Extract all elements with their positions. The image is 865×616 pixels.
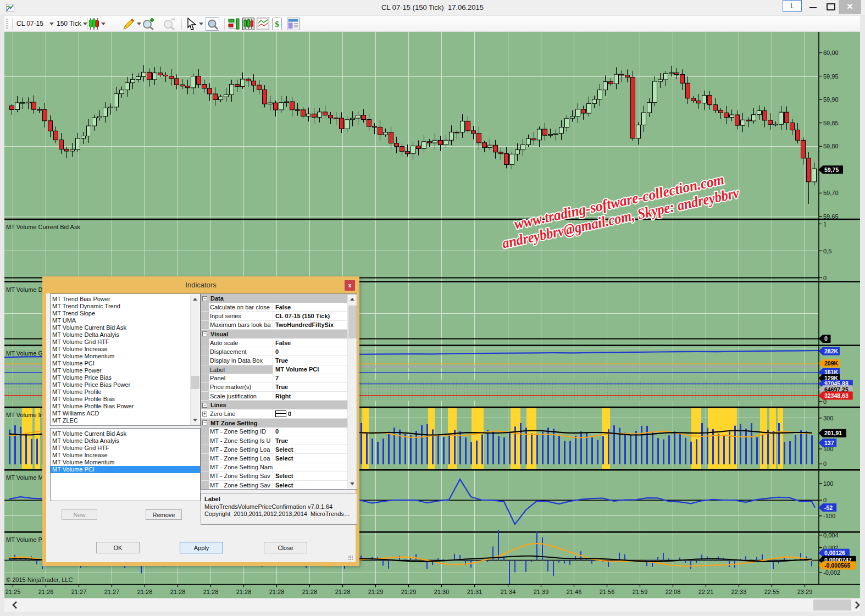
svg-text:59,70: 59,70 xyxy=(823,190,839,196)
svg-text:282K: 282K xyxy=(824,348,839,354)
svg-text:21:28: 21:28 xyxy=(302,589,318,595)
svg-text:0: 0 xyxy=(823,497,827,503)
svg-text:21:28: 21:28 xyxy=(269,589,285,595)
svg-text:21:39: 21:39 xyxy=(534,589,549,595)
svg-text:137: 137 xyxy=(824,440,834,446)
svg-text:0,00126: 0,00126 xyxy=(824,550,845,556)
svg-text:21:25: 21:25 xyxy=(5,589,21,595)
svg-text:21:29: 21:29 xyxy=(401,589,417,595)
svg-text:21:56: 21:56 xyxy=(600,589,615,595)
svg-text:22:21: 22:21 xyxy=(698,589,714,595)
svg-text:22:33: 22:33 xyxy=(731,589,747,595)
svg-text:21:27: 21:27 xyxy=(71,589,87,595)
svg-text:59,95: 59,95 xyxy=(823,73,839,80)
svg-text:0: 0 xyxy=(823,460,827,467)
svg-text:60,00: 60,00 xyxy=(823,49,839,56)
svg-text:201,91: 201,91 xyxy=(824,430,842,436)
svg-text:21:27: 21:27 xyxy=(104,589,120,595)
svg-text:0,5: 0,5 xyxy=(823,248,831,254)
svg-text:-0,002: -0,002 xyxy=(823,569,840,576)
svg-text:100: 100 xyxy=(823,480,833,487)
svg-text:21:29: 21:29 xyxy=(368,589,384,595)
svg-text:-52: -52 xyxy=(824,504,833,511)
svg-text:21:31: 21:31 xyxy=(467,589,483,595)
svg-text:21:26: 21:26 xyxy=(38,589,54,595)
svg-text:$: $ xyxy=(275,20,279,29)
svg-text:0: 0 xyxy=(824,335,828,342)
svg-text:MT Volume Current Bid Ask: MT Volume Current Bid Ask xyxy=(6,224,80,230)
svg-text:59,80: 59,80 xyxy=(823,143,839,149)
svg-text:21:28: 21:28 xyxy=(170,589,186,595)
svg-text:209K: 209K xyxy=(824,360,839,367)
svg-text:21:28: 21:28 xyxy=(137,589,153,595)
svg-text:-0,000565: -0,000565 xyxy=(824,562,850,569)
svg-text:32348,63: 32348,63 xyxy=(824,392,849,399)
svg-text:© 2015 NinjaTrader, LLC: © 2015 NinjaTrader, LLC xyxy=(6,576,73,583)
svg-text:22:55: 22:55 xyxy=(764,589,780,595)
svg-text:59,85: 59,85 xyxy=(823,120,839,126)
svg-text:0,004: 0,004 xyxy=(823,532,839,539)
svg-text:22:08: 22:08 xyxy=(666,589,681,595)
svg-text:59,65: 59,65 xyxy=(823,213,839,220)
svg-text:21:30: 21:30 xyxy=(434,589,450,595)
svg-text:21:34: 21:34 xyxy=(501,589,516,595)
svg-text:0: 0 xyxy=(823,275,827,281)
svg-text:59,75: 59,75 xyxy=(824,167,839,173)
svg-text:21:28: 21:28 xyxy=(236,589,252,595)
svg-text:300: 300 xyxy=(823,415,833,421)
svg-text:21:59: 21:59 xyxy=(633,589,648,595)
svg-text:21:28: 21:28 xyxy=(335,589,351,595)
svg-text:21:28: 21:28 xyxy=(203,589,219,595)
svg-text:21:46: 21:46 xyxy=(567,589,582,595)
svg-text:-100: -100 xyxy=(823,513,835,519)
svg-text:1: 1 xyxy=(823,221,827,227)
svg-text:23:29: 23:29 xyxy=(797,589,813,595)
svg-text:59,90: 59,90 xyxy=(823,96,839,103)
